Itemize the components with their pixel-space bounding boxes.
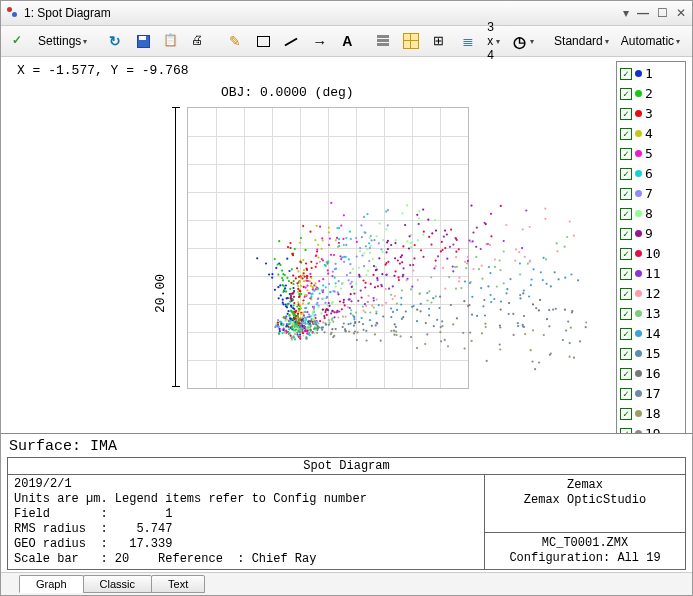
svg-point-778 bbox=[378, 304, 380, 306]
svg-point-1090 bbox=[312, 331, 314, 333]
svg-point-657 bbox=[337, 317, 339, 319]
svg-point-910 bbox=[424, 343, 426, 345]
svg-point-1143 bbox=[288, 323, 290, 325]
annotate-line[interactable] bbox=[278, 30, 304, 52]
legend-item-16[interactable]: ✓16 bbox=[620, 364, 682, 383]
legend-item-10[interactable]: ✓10 bbox=[620, 244, 682, 263]
dropdown-button[interactable]: ▾ bbox=[623, 6, 629, 20]
print-button[interactable] bbox=[186, 30, 212, 52]
close-button[interactable]: ✕ bbox=[676, 6, 686, 20]
legend-checkbox[interactable]: ✓ bbox=[620, 288, 632, 300]
svg-point-454 bbox=[358, 267, 360, 269]
legend-item-9[interactable]: ✓9 bbox=[620, 224, 682, 243]
auto-update[interactable] bbox=[507, 30, 539, 52]
svg-point-641 bbox=[525, 209, 527, 211]
svg-point-756 bbox=[546, 283, 548, 285]
legend-checkbox[interactable]: ✓ bbox=[620, 328, 632, 340]
svg-point-184 bbox=[306, 277, 308, 279]
svg-point-889 bbox=[552, 309, 554, 311]
svg-point-944 bbox=[499, 344, 501, 346]
svg-point-917 bbox=[316, 332, 318, 334]
legend-checkbox[interactable]: ✓ bbox=[620, 308, 632, 320]
legend-checkbox[interactable]: ✓ bbox=[620, 408, 632, 420]
legend-item-8[interactable]: ✓8 bbox=[620, 204, 682, 223]
legend-checkbox[interactable]: ✓ bbox=[620, 388, 632, 400]
annotate-pencil[interactable] bbox=[222, 30, 248, 52]
legend-checkbox[interactable]: ✓ bbox=[620, 368, 632, 380]
legend-checkbox[interactable]: ✓ bbox=[620, 88, 632, 100]
tab-text[interactable]: Text bbox=[151, 575, 205, 593]
svg-point-724 bbox=[428, 290, 430, 292]
legend-item-15[interactable]: ✓15 bbox=[620, 344, 682, 363]
legend-item-12[interactable]: ✓12 bbox=[620, 284, 682, 303]
tab-graph[interactable]: Graph bbox=[19, 575, 84, 593]
legend-checkbox[interactable]: ✓ bbox=[620, 168, 632, 180]
standard-select[interactable]: Standard bbox=[549, 31, 614, 51]
clipboard-button[interactable] bbox=[158, 30, 184, 52]
legend-checkbox[interactable]: ✓ bbox=[620, 348, 632, 360]
svg-point-88 bbox=[278, 240, 280, 242]
legend-checkbox[interactable]: ✓ bbox=[620, 268, 632, 280]
stack-button[interactable] bbox=[370, 30, 396, 52]
legend-item-1[interactable]: ✓1 bbox=[620, 64, 682, 83]
refresh-button[interactable] bbox=[102, 30, 128, 52]
legend-dot bbox=[635, 210, 642, 217]
svg-point-326 bbox=[338, 238, 340, 240]
svg-point-267 bbox=[309, 273, 311, 275]
svg-point-474 bbox=[382, 239, 384, 241]
svg-point-837 bbox=[532, 303, 534, 305]
config-button[interactable] bbox=[426, 30, 452, 52]
window-title: 1: Spot Diagram bbox=[24, 6, 111, 20]
legend-item-13[interactable]: ✓13 bbox=[620, 304, 682, 323]
svg-point-1013 bbox=[278, 326, 280, 328]
legend-item-11[interactable]: ✓11 bbox=[620, 264, 682, 283]
annotate-arrow[interactable] bbox=[306, 30, 332, 52]
maximize-button[interactable]: ☐ bbox=[657, 6, 668, 20]
settings-button[interactable]: Settings bbox=[33, 31, 92, 51]
legend-item-7[interactable]: ✓7 bbox=[620, 184, 682, 203]
legend-item-3[interactable]: ✓3 bbox=[620, 104, 682, 123]
legend-checkbox[interactable]: ✓ bbox=[620, 228, 632, 240]
grid-toggle[interactable] bbox=[398, 30, 424, 52]
svg-point-499 bbox=[350, 293, 352, 295]
svg-point-927 bbox=[396, 334, 398, 336]
legend-item-14[interactable]: ✓14 bbox=[620, 324, 682, 343]
legend-item-4[interactable]: ✓4 bbox=[620, 124, 682, 143]
legend-checkbox[interactable]: ✓ bbox=[620, 108, 632, 120]
legend-checkbox[interactable]: ✓ bbox=[620, 188, 632, 200]
svg-point-627 bbox=[388, 288, 390, 290]
minimize-button[interactable]: — bbox=[637, 6, 649, 20]
svg-point-1123 bbox=[307, 316, 309, 318]
legend-checkbox[interactable]: ✓ bbox=[620, 248, 632, 260]
svg-point-911 bbox=[530, 349, 532, 351]
legend-checkbox[interactable]: ✓ bbox=[620, 208, 632, 220]
legend-item-2[interactable]: ✓2 bbox=[620, 84, 682, 103]
legend-item-6[interactable]: ✓6 bbox=[620, 164, 682, 183]
save-button[interactable] bbox=[130, 30, 156, 52]
layers-button[interactable] bbox=[454, 30, 480, 52]
legend-checkbox[interactable]: ✓ bbox=[620, 148, 632, 160]
svg-point-1142 bbox=[285, 330, 287, 332]
legend-checkbox[interactable]: ✓ bbox=[620, 128, 632, 140]
svg-point-552 bbox=[326, 314, 328, 316]
legend-item-17[interactable]: ✓17 bbox=[620, 384, 682, 403]
legend-checkbox[interactable]: ✓ bbox=[620, 68, 632, 80]
svg-point-954 bbox=[464, 347, 466, 349]
svg-point-247 bbox=[297, 291, 299, 293]
svg-point-257 bbox=[321, 237, 323, 239]
svg-point-142 bbox=[306, 268, 308, 270]
legend-item-19[interactable]: ✓19 bbox=[620, 424, 682, 433]
legend-checkbox[interactable]: ✓ bbox=[620, 428, 632, 434]
automatic-select[interactable]: Automatic bbox=[616, 31, 685, 51]
annotate-text[interactable] bbox=[334, 30, 360, 52]
svg-point-497 bbox=[427, 219, 429, 221]
legend-label: 1 bbox=[645, 66, 653, 81]
svg-point-181 bbox=[289, 247, 291, 249]
apply-button[interactable] bbox=[5, 30, 31, 52]
legend-item-18[interactable]: ✓18 bbox=[620, 404, 682, 423]
plot-area[interactable]: X = -1.577, Y = -9.768 OBJ: 0.0000 (deg)… bbox=[1, 57, 616, 433]
svg-point-695 bbox=[529, 260, 531, 262]
annotate-rect[interactable] bbox=[250, 30, 276, 52]
legend-item-5[interactable]: ✓5 bbox=[620, 144, 682, 163]
tab-classic[interactable]: Classic bbox=[83, 575, 152, 593]
